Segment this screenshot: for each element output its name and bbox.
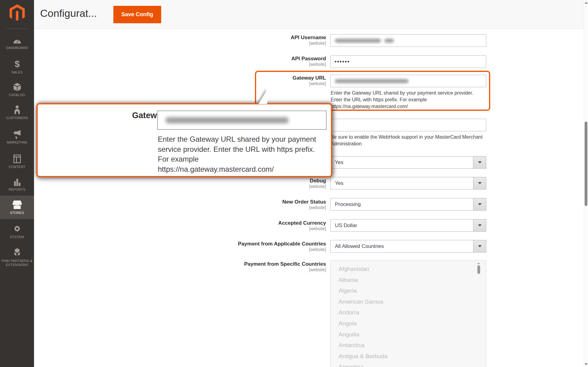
sidebar-item-catalog[interactable]: CATALOG: [0, 78, 34, 101]
select-dropdown-button[interactable]: [473, 198, 486, 210]
country-option[interactable]: Antarctica: [331, 340, 486, 351]
sales-icon: $: [12, 59, 22, 69]
page-scrollbar[interactable]: [584, 0, 588, 367]
api-username-input[interactable]: [330, 34, 486, 47]
new-order-status-label: New Order Status [website]: [172, 199, 326, 210]
country-option[interactable]: Albania: [331, 275, 486, 286]
gateway-url-note: Enter the Gateway URL shared by your pay…: [331, 90, 490, 110]
country-option[interactable]: Andorra: [331, 307, 486, 318]
content-icon: [12, 154, 22, 163]
applicable-countries-select[interactable]: All Allowed Countries: [330, 240, 486, 253]
password-dots: ••••••: [335, 58, 350, 65]
popup-pointer: [258, 90, 267, 104]
select-dropdown-button[interactable]: [473, 156, 486, 168]
country-option[interactable]: Anguilla: [331, 329, 486, 340]
scroll-up-icon[interactable]: [477, 262, 480, 264]
blurred-value: [335, 79, 408, 83]
sidebar-item-marketing[interactable]: MARKETING: [0, 125, 34, 149]
sidebar-item-dashboard[interactable]: DASHBOARD: [0, 31, 34, 55]
find-partners-icon: [12, 248, 22, 257]
country-option[interactable]: Antigua & Barbuda: [331, 351, 486, 362]
gateway-url-input[interactable]: [330, 75, 486, 87]
chevron-down-icon: [478, 245, 482, 247]
scroll-down-icon[interactable]: [585, 363, 588, 365]
popup-gateway-url-input[interactable]: [157, 110, 327, 130]
webhook-input[interactable]: [330, 119, 486, 131]
scrollbar-thumb[interactable]: [585, 122, 587, 206]
gateway-url-label: Gateway URL [website]: [172, 75, 326, 86]
select-dropdown-button[interactable]: [473, 177, 486, 189]
reports-icon: [12, 178, 22, 186]
specific-countries-label: Payment from Specific Countries [website…: [172, 261, 326, 272]
dashboard-icon: [12, 36, 22, 44]
stores-icon: [12, 200, 22, 209]
sidebar: DASHBOARD $ SALES CATALOG CUSTOMERS: [0, 0, 34, 367]
scroll-up-icon[interactable]: [585, 2, 588, 4]
magento-logo-icon: [9, 4, 25, 22]
api-password-label: API Password [website]: [172, 56, 326, 67]
chevron-down-icon: [478, 224, 482, 227]
sidebar-divider: [6, 28, 28, 29]
select-dropdown-button[interactable]: [473, 240, 486, 252]
sidebar-item-find-partners[interactable]: FIND PARTNERS & EXTENSIONS: [0, 244, 34, 271]
api-password-input[interactable]: ••••••: [330, 55, 486, 68]
blurred-value: [385, 39, 394, 43]
applicable-countries-label: Payment from Applicable Countries [websi…: [172, 241, 326, 252]
sidebar-item-content[interactable]: CONTENT: [0, 150, 34, 173]
customers-icon: [12, 105, 22, 114]
chevron-down-icon: [478, 161, 482, 163]
country-option[interactable]: American Samoa: [331, 296, 486, 307]
multiselect-scrollbar[interactable]: [477, 262, 480, 367]
scrollbar-thumb[interactable]: [477, 265, 480, 274]
popup-gateway-url-note: Enter the Gateway URL shared by your pay…: [158, 134, 329, 174]
chevron-down-icon: [478, 203, 482, 205]
page-header: Configurat... Save Config: [34, 0, 584, 29]
api-username-label: API Username [website]: [172, 35, 326, 46]
svg-text:$: $: [14, 59, 20, 69]
country-option[interactable]: Angola: [331, 318, 486, 329]
blurred-value: [166, 117, 288, 123]
country-option[interactable]: Afghanistan: [331, 264, 486, 275]
webhook-note: Be sure to enable the WebHook support in…: [331, 134, 490, 147]
specific-countries-multiselect[interactable]: Afghanistan Albania Algeria American Sam…: [330, 260, 486, 367]
webhook-enabled-select[interactable]: Yes: [330, 156, 486, 169]
country-option[interactable]: Argentina: [331, 361, 486, 367]
sidebar-item-system[interactable]: SYSTEM: [0, 219, 34, 243]
sidebar-item-reports[interactable]: REPORTS: [0, 173, 34, 196]
save-config-button[interactable]: Save Config: [113, 6, 161, 23]
gateway-url-zoom-popup: Gateway URL [website] Enter the Gateway …: [36, 103, 332, 177]
system-icon: [12, 224, 22, 234]
sidebar-item-customers[interactable]: CUSTOMERS: [0, 101, 34, 124]
marketing-icon: [12, 130, 22, 139]
magento-logo[interactable]: [0, 4, 34, 23]
debug-label: Debug [website]: [172, 178, 326, 189]
sidebar-item-stores[interactable]: STORES: [0, 196, 34, 219]
accepted-currency-select[interactable]: US Dollar: [330, 219, 486, 232]
catalog-icon: [12, 82, 22, 92]
accepted-currency-label: Accepted Currency [website]: [172, 220, 326, 231]
magento-admin-page: DASHBOARD $ SALES CATALOG CUSTOMERS: [0, 0, 588, 367]
chevron-down-icon: [478, 182, 482, 184]
blurred-value: [335, 39, 381, 43]
select-dropdown-button[interactable]: [473, 219, 486, 231]
new-order-status-select[interactable]: Processing: [330, 198, 486, 211]
country-option[interactable]: Algeria: [331, 285, 486, 296]
debug-select[interactable]: Yes: [330, 177, 486, 189]
page-title: Configurat...: [40, 7, 97, 19]
sidebar-item-sales[interactable]: $ SALES: [0, 55, 34, 78]
